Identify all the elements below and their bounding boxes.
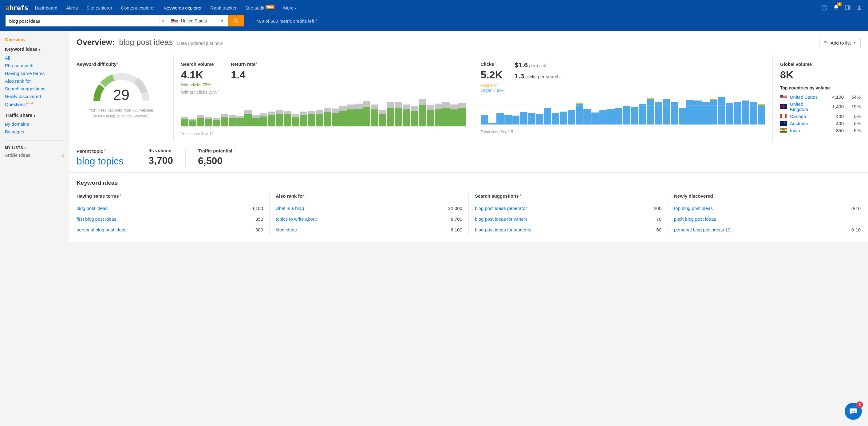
nav-link-dashboard[interactable]: Dashboard bbox=[35, 5, 57, 10]
ki-keyword-link[interactable]: personal blog post ideas bbox=[76, 227, 130, 232]
bar bbox=[213, 99, 220, 126]
ki-value: 60 bbox=[656, 227, 661, 232]
bar bbox=[260, 99, 268, 126]
ki-keyword-link[interactable]: blog post ideas for writers bbox=[475, 216, 530, 222]
nav-link-rank-tracker[interactable]: Rank tracker bbox=[211, 5, 237, 10]
ki-keyword-link[interactable]: top blog post ideas bbox=[674, 206, 716, 211]
ki-column-title: Search suggestions i bbox=[475, 193, 661, 199]
ki-keyword-link[interactable]: blog post ideas bbox=[76, 206, 111, 211]
country-volume: 4,100 bbox=[825, 94, 844, 99]
logo[interactable]: ahrefs bbox=[5, 4, 28, 12]
bar bbox=[332, 99, 339, 126]
nav-link-site-explorer[interactable]: Site explorer bbox=[86, 5, 112, 10]
ki-keyword-link[interactable]: blog post ideas for students bbox=[475, 227, 534, 232]
bar bbox=[758, 97, 765, 124]
ki-column-title: Having same terms i bbox=[76, 193, 263, 199]
bar bbox=[316, 99, 323, 126]
bar bbox=[181, 99, 188, 126]
sidebar-link-phrase-match[interactable]: Phrase match bbox=[5, 62, 64, 69]
sidebar-link-questions[interactable]: QuestionsNEW bbox=[5, 100, 64, 108]
country-row: Canada4005% bbox=[780, 113, 861, 120]
bar bbox=[324, 99, 331, 126]
keyword-input[interactable] bbox=[5, 16, 159, 26]
country-row: United Kingdom1,40019% bbox=[780, 100, 861, 113]
gv-value: 8K bbox=[780, 69, 861, 81]
bar bbox=[568, 97, 575, 124]
country-link[interactable]: India bbox=[790, 128, 822, 133]
bar bbox=[560, 97, 567, 124]
notifications-button[interactable]: 1 bbox=[833, 4, 839, 11]
keyword-ideas-title: Keyword ideas bbox=[76, 180, 861, 186]
user-icon[interactable] bbox=[856, 5, 863, 11]
bar bbox=[418, 99, 426, 126]
country-link[interactable]: Canada bbox=[790, 114, 822, 119]
nav-link-site-audit[interactable]: Site auditNEW bbox=[245, 5, 275, 10]
ki-row: personal blog post ideas 10…0-10 bbox=[674, 224, 861, 235]
ki-keyword-link[interactable]: first blog post ideas bbox=[76, 216, 119, 222]
sidebar-divider bbox=[5, 141, 64, 141]
country-percent: 54% bbox=[847, 94, 861, 99]
svg-rect-3 bbox=[848, 5, 850, 9]
sidebar-link-by-domains[interactable]: By domains bbox=[5, 120, 64, 128]
ki-column-title: Newly discovered i bbox=[674, 193, 861, 199]
ki-keyword-link[interactable]: blog post ideas generator bbox=[475, 206, 530, 211]
bar bbox=[371, 99, 378, 126]
country-link[interactable]: United States bbox=[790, 94, 822, 99]
sidebar-link-by-pages[interactable]: By pages bbox=[5, 128, 64, 135]
parent-volume-value: 3,700 bbox=[149, 155, 173, 166]
parent-topic-link[interactable]: blog topics bbox=[76, 155, 124, 166]
window-icon[interactable] bbox=[845, 5, 851, 11]
card-search-volume: Search volumei 4.1K With clicks 75% With… bbox=[174, 55, 473, 142]
bar bbox=[702, 97, 710, 124]
sidebar-link-having-same-terms[interactable]: Having same terms bbox=[5, 69, 64, 77]
country-link[interactable]: Australia bbox=[790, 121, 822, 126]
ki-keyword-link[interactable]: personal blog post ideas 10… bbox=[674, 227, 738, 232]
bar bbox=[450, 99, 458, 126]
ki-row: blog ideas6,100 bbox=[276, 224, 462, 235]
card-clicks: Clicksi 5.2K Paid 1%i Organic 99% $1.6 p… bbox=[473, 55, 773, 142]
svg-line-6 bbox=[237, 22, 238, 23]
flag-us-icon bbox=[780, 95, 787, 99]
ki-keyword-link[interactable]: blog ideas bbox=[276, 227, 300, 232]
sidebar-overview[interactable]: Overview bbox=[5, 37, 64, 42]
sidebar-link-search-suggestions[interactable]: Search suggestions bbox=[5, 85, 64, 93]
bar bbox=[276, 99, 283, 126]
bar bbox=[403, 99, 410, 126]
sv-label: Search volumei bbox=[181, 61, 219, 67]
bar bbox=[607, 97, 615, 124]
bar bbox=[221, 99, 228, 126]
nav-link-keywords-explorer[interactable]: Keywords explorer bbox=[163, 5, 202, 10]
sidebar-link-newly-discovered[interactable]: Newly discovered bbox=[5, 93, 64, 100]
sidebar-link-also-rank-for[interactable]: Also rank for bbox=[5, 77, 64, 85]
bar bbox=[513, 97, 520, 124]
add-to-list-button[interactable]: Add to list ▼ bbox=[819, 38, 861, 48]
ki-keyword-link[interactable]: topics to write about bbox=[276, 216, 320, 222]
ki-row: what is a blog22,000 bbox=[276, 203, 462, 214]
ki-keyword-link[interactable]: pitch blog post ideas bbox=[674, 216, 719, 222]
upload-file-button[interactable] bbox=[159, 16, 166, 26]
sidebar-my-lists[interactable]: MY LISTS bbox=[5, 146, 64, 150]
ki-row: first blog post ideas350 bbox=[76, 214, 263, 224]
help-icon[interactable]: ? bbox=[821, 5, 828, 11]
country-link[interactable]: United Kingdom bbox=[790, 101, 822, 112]
ki-keyword-link[interactable]: what is a blog bbox=[276, 206, 307, 211]
sidebar-link-all[interactable]: All bbox=[5, 54, 64, 62]
bar bbox=[583, 97, 591, 124]
search-button[interactable] bbox=[228, 16, 244, 26]
sidebar-group-traffic-share[interactable]: Traffic share bbox=[5, 113, 64, 118]
ki-value: 22,000 bbox=[448, 206, 462, 211]
country-percent: 5% bbox=[847, 121, 861, 126]
bar bbox=[205, 99, 212, 126]
bar bbox=[229, 99, 236, 126]
ki-value: 350 bbox=[255, 216, 263, 222]
search-icon bbox=[233, 18, 239, 24]
sidebar-list-item[interactable]: Article Ideas2 bbox=[5, 150, 64, 160]
svg-text:?: ? bbox=[824, 5, 826, 9]
sidebar-group-keyword-ideas[interactable]: Keyword ideas bbox=[5, 47, 64, 52]
ki-value: 4,100 bbox=[251, 206, 263, 211]
nav-link-more[interactable]: More bbox=[283, 5, 297, 10]
nav-link-alerts[interactable]: Alerts bbox=[66, 5, 78, 10]
country-select[interactable]: United States ▼ bbox=[166, 16, 228, 26]
bar bbox=[363, 99, 371, 126]
nav-link-content-explorer[interactable]: Content explorer bbox=[121, 5, 155, 10]
